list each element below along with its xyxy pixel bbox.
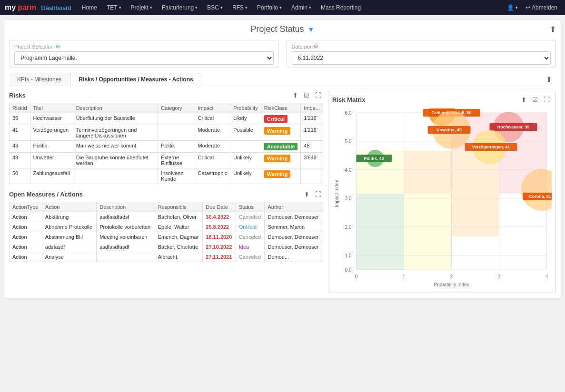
svg-text:1: 1 <box>403 274 406 279</box>
nav-rfs[interactable]: RFS ▾ <box>228 0 251 15</box>
svg-text:Verzögerungen, 41: Verzögerungen, 41 <box>472 145 510 149</box>
actions-col-type: ActionType <box>10 202 42 212</box>
risk-impval: 48' <box>301 141 323 153</box>
actions-buttons: ⬆ ⛶ <box>302 190 323 199</box>
matrix-checkbox-button[interactable]: ☑ <box>530 95 540 104</box>
risk-class: Warning <box>261 153 301 168</box>
nav-user-button[interactable]: 👤 ▾ <box>504 0 521 15</box>
risk-id: 49 <box>10 153 30 168</box>
risk-desc: Man weiss nie wer kommt <box>73 141 158 153</box>
actions-col-resp: Responsible <box>155 202 203 212</box>
action-name: Abnahme Protokolle <box>42 222 96 232</box>
action-row-4: Action Analyse Albracht, 27.11.2021 Canc… <box>10 252 323 262</box>
risk-id: 50 <box>10 168 30 184</box>
svg-text:3: 3 <box>498 274 501 279</box>
svg-text:4: 4 <box>545 274 548 279</box>
risks-export-button[interactable]: ⬆ <box>291 91 300 100</box>
action-author: Demouser, Demouser <box>265 232 323 242</box>
nav-portfolio[interactable]: Portfolio ▾ <box>253 0 286 15</box>
risk-matrix-actions: ⬆ ☑ ⛶ <box>519 95 552 104</box>
risk-desc: Überflutung der Baustelle <box>73 113 158 125</box>
risks-row-1: 41 Verzögerungen Terminverzögerungen und… <box>10 125 323 141</box>
risks-table: RiskId Titel Description Category Impact… <box>9 103 323 184</box>
nav-logout-button[interactable]: ↩ Abmelden <box>523 0 560 15</box>
project-filter-icon: ⊘ <box>56 43 60 49</box>
risks-section-header: Risks ⬆ ☑ ⛶ <box>9 91 323 100</box>
action-status: OnHold <box>236 222 265 232</box>
risks-checkbox-button[interactable]: ☑ <box>302 91 311 100</box>
nav-mass-reporting[interactable]: Mass Reporting <box>317 0 365 15</box>
action-author: Demouser, Demouser <box>265 242 323 252</box>
risks-expand-button[interactable]: ⛶ <box>313 91 323 100</box>
action-type: Action <box>10 252 42 262</box>
nav-home[interactable]: Home <box>78 0 101 15</box>
risk-impval <box>301 168 323 184</box>
risk-impval: 1'216' <box>301 113 323 125</box>
actions-expand-button[interactable]: ⛶ <box>313 190 323 199</box>
action-resp: Emerich, Dagmar <box>155 232 203 242</box>
action-desc: Protokolle vorbereiten <box>97 222 155 232</box>
risks-row-3: 49 Unwetter Die Baugrube könnte überflut… <box>10 153 323 168</box>
action-type: Action <box>10 242 42 252</box>
action-status: Canceled <box>236 232 265 242</box>
risks-row-4: 50 Zahlungsausfall Insolvenz Kunde Catas… <box>10 168 323 184</box>
filter-row: Project Selection ⊘ Programm Lagerhalle.… <box>9 40 556 68</box>
nav-projekt[interactable]: Projekt ▾ <box>127 0 156 15</box>
risk-desc: Die Baugrube könnte überflutet werden. <box>73 153 158 168</box>
action-name: Abstimmung BH <box>42 232 96 242</box>
svg-text:1.0: 1.0 <box>345 253 352 258</box>
risks-col-prob: Probability <box>230 103 261 113</box>
risk-impact: Critical <box>195 153 230 168</box>
left-panel: Risks ⬆ ☑ ⛶ RiskId Titel Description Cat… <box>9 91 323 293</box>
date-per-select[interactable]: 6.11.2022 <box>292 51 551 65</box>
actions-col-date: Due Date <box>203 202 236 212</box>
action-status: Canceled <box>236 252 265 262</box>
svg-text:0: 0 <box>355 274 358 279</box>
content-area: Risks ⬆ ☑ ⛶ RiskId Titel Description Cat… <box>9 91 556 293</box>
action-row-3: Action adsfasdf asdfasdfasdf Bäcker, Cha… <box>10 242 323 252</box>
action-desc <box>97 252 155 262</box>
risk-impval: 1'216' <box>301 125 323 141</box>
matrix-expand-button[interactable]: ⛶ <box>542 95 552 104</box>
tab-kpis[interactable]: KPIs - Milestones <box>9 73 69 86</box>
action-author: Demouser, Demouser <box>265 212 323 222</box>
action-author: Demou... <box>265 252 323 262</box>
actions-col-desc: Description <box>97 202 155 212</box>
nav-tet[interactable]: TET ▾ <box>103 0 125 15</box>
action-date: 18.11.2020 <box>203 232 236 242</box>
actions-col-status: Status <box>236 202 265 212</box>
action-date: 30.4.2022 <box>203 212 236 222</box>
risk-titel: Verzögerungen <box>30 125 73 141</box>
action-date: 25.8.2022 <box>203 222 236 232</box>
risk-class: Acceptable <box>261 141 301 153</box>
risk-titel: Zahlungsausfall <box>30 168 73 184</box>
nav-bsc[interactable]: BSC ▾ <box>203 0 227 15</box>
svg-text:3.0: 3.0 <box>345 196 352 201</box>
tab-export-button[interactable]: ⬆ <box>542 73 556 86</box>
risks-col-cat: Category <box>158 103 195 113</box>
date-per-group: Date per ⊘ 6.11.2022 <box>287 40 556 68</box>
matrix-export-button[interactable]: ⬆ <box>519 95 528 104</box>
risks-col-id: RiskId <box>10 103 30 113</box>
risk-prob: Unlikely <box>230 168 261 184</box>
svg-text:Unwetter, 49: Unwetter, 49 <box>436 127 462 132</box>
export-top-button[interactable]: ⬆ <box>550 25 556 34</box>
brand-parm: parm <box>18 3 36 12</box>
risk-class: Warning <box>261 168 301 184</box>
action-type: Action <box>10 212 42 222</box>
risk-prob: Likely <box>230 113 261 125</box>
risks-row-0: 35 Hochwasser Überflutung der Baustelle … <box>10 113 323 125</box>
action-type: Action <box>10 222 42 232</box>
action-row-2: Action Abstimmung BH Meeting vereinbaren… <box>10 232 323 242</box>
actions-title: Open Measures / Actions <box>9 191 83 198</box>
nav-fakturierung[interactable]: Fakturierung ▾ <box>158 0 201 15</box>
main-container: Project Status ▼ ⬆ Project Selection ⊘ P… <box>4 19 561 298</box>
action-resp: Bachofen, Oliver <box>155 212 203 222</box>
nav-admin[interactable]: Admin ▾ <box>287 0 315 15</box>
risk-matrix-header: Risk Matrix ⬆ ☑ ⛶ <box>332 95 552 104</box>
actions-section-header: Open Measures / Actions ⬆ ⛶ <box>9 190 323 199</box>
tab-risks[interactable]: Risks / Opportunities / Measures - Actio… <box>70 73 201 86</box>
project-selection-select[interactable]: Programm Lagerhalle. <box>14 51 274 65</box>
action-name: adsfasdf <box>42 242 96 252</box>
actions-export-button[interactable]: ⬆ <box>302 190 311 199</box>
